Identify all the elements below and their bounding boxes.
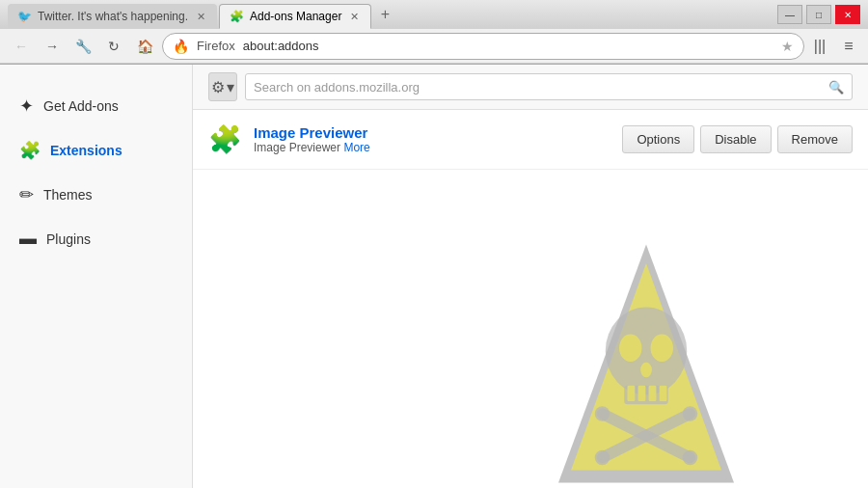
extension-name: Image Previewer [254,124,610,141]
close-button[interactable]: ✕ [835,5,860,24]
menu-icon[interactable]: ≡ [837,35,860,58]
sidebar: ✦ Get Add-ons 🧩 Extensions ✏ Themes ▬ Pl… [0,65,193,488]
browser-label: Firefox [197,39,235,53]
window-chrome: 🐦 Twitter. It's what's happening. ✕ 🧩 Ad… [0,0,868,65]
twitter-tab[interactable]: 🐦 Twitter. It's what's happening. ✕ [8,4,217,29]
sidebar-item-get-addons[interactable]: ✦ Get Add-ons [0,84,192,128]
get-addons-label: Get Add-ons [43,98,119,114]
svg-rect-7 [628,386,636,401]
back-button[interactable]: ← [8,33,35,60]
bookmark-star-icon[interactable]: ★ [781,39,794,54]
themes-label: Themes [43,187,93,203]
extensions-label: Extensions [50,143,122,158]
svg-rect-10 [660,386,667,401]
gear-icon: ⚙ [211,78,225,96]
minimize-button[interactable]: — [777,5,802,24]
svg-point-5 [640,363,652,378]
address-bar[interactable]: 🔥 Firefox ★ [162,33,804,60]
addon-tab-icon: 🧩 [230,10,244,23]
nav-right-buttons: ||| ≡ [808,35,860,58]
svg-point-3 [619,334,641,362]
maximize-button[interactable]: □ [806,5,831,24]
gear-button[interactable]: ⚙ ▾ [208,72,237,101]
main-layout: ✦ Get Add-ons 🧩 Extensions ✏ Themes ▬ Pl… [0,65,868,488]
svg-rect-8 [638,386,646,401]
svg-point-4 [651,334,673,362]
svg-point-16 [595,450,610,466]
svg-point-2 [606,308,688,395]
firefox-logo: 🔥 [173,39,189,54]
extension-description: Image Previewer More [254,141,610,154]
get-addons-icon: ✦ [19,95,34,117]
address-input[interactable] [243,39,773,53]
twitter-icon: 🐦 [17,10,32,23]
svg-rect-9 [649,386,657,401]
search-placeholder: Search on addons.mozilla.org [254,80,420,95]
reload-button[interactable]: ↻ [100,33,127,60]
search-box[interactable]: Search on addons.mozilla.org 🔍 [245,73,853,100]
extension-row: 🧩 Image Previewer Image Previewer More O… [193,110,868,170]
sidebar-item-extensions[interactable]: 🧩 Extensions [0,128,192,173]
extension-buttons: Options Disable Remove [622,125,853,153]
extensions-icon: 🧩 [19,140,41,161]
home-button[interactable]: 🏠 [131,33,158,60]
sidebar-item-plugins[interactable]: ▬ Plugins [0,217,192,260]
warning-sign-svg [511,238,781,488]
disable-button[interactable]: Disable [700,125,771,153]
window-controls: — □ ✕ [777,5,860,24]
warning-overlay [434,122,868,488]
twitter-tab-label: Twitter. It's what's happening. [38,10,188,23]
remove-button[interactable]: Remove [777,125,853,153]
extension-icon: 🧩 [208,123,242,155]
svg-point-13 [595,406,610,421]
search-icon: 🔍 [828,80,844,95]
gear-dropdown-icon: ▾ [227,78,234,96]
tools-button[interactable]: 🔧 [69,33,96,60]
sidebar-item-themes[interactable]: ✏ Themes [0,173,192,217]
forward-button[interactable]: → [39,33,66,60]
addons-tab-label: Add-ons Manager [250,10,341,23]
twitter-tab-close[interactable]: ✕ [194,10,207,23]
themes-icon: ✏ [19,184,34,205]
new-tab-button[interactable]: + [373,3,396,26]
svg-point-15 [683,406,698,421]
addon-toolbar: ⚙ ▾ Search on addons.mozilla.org 🔍 [193,65,868,110]
extension-info: Image Previewer Image Previewer More [254,124,610,154]
plugins-icon: ▬ [19,229,37,249]
plugins-label: Plugins [46,231,91,247]
nav-bar: ← → 🔧 ↻ 🏠 🔥 Firefox ★ ||| ≡ [0,29,868,64]
extension-more-link[interactable]: More [343,141,369,154]
library-icon[interactable]: ||| [808,35,831,58]
addons-tab[interactable]: 🧩 Add-ons Manager ✕ [219,4,371,29]
svg-point-14 [683,450,698,466]
addons-tab-close[interactable]: ✕ [347,10,361,23]
content-area: ⚙ ▾ Search on addons.mozilla.org 🔍 🧩 Ima… [193,65,868,488]
options-button[interactable]: Options [622,125,694,153]
title-bar: 🐦 Twitter. It's what's happening. ✕ 🧩 Ad… [0,0,868,29]
